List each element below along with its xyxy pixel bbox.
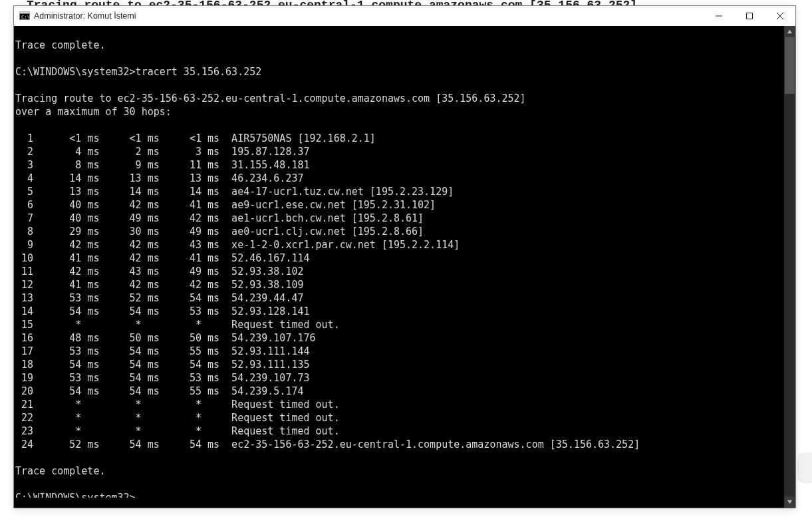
scrollbar-track[interactable] (784, 37, 795, 496)
command-prompt-window: C:\ Administrator: Komut İstemi Trace co… (13, 5, 796, 508)
svg-line-6 (777, 13, 783, 19)
svg-marker-8 (787, 500, 792, 504)
terminal-client-area: Trace complete. C:\WINDOWS\system32>trac… (14, 26, 795, 508)
scrollbar-thumb[interactable] (785, 37, 795, 94)
svg-rect-1 (20, 12, 30, 14)
svg-line-5 (777, 13, 783, 19)
scroll-up-arrow-icon[interactable] (784, 26, 795, 37)
svg-rect-4 (747, 13, 753, 19)
terminal-output[interactable]: Trace complete. C:\WINDOWS\system32>trac… (14, 36, 783, 498)
svg-text:C:\: C:\ (21, 15, 30, 20)
cmd-icon: C:\ (19, 11, 30, 21)
minimize-button[interactable] (704, 6, 734, 26)
svg-marker-7 (787, 30, 792, 33)
window-title: Administrator: Komut İstemi (34, 11, 136, 21)
maximize-button[interactable] (734, 6, 765, 26)
vertical-scrollbar[interactable] (784, 26, 795, 508)
scroll-down-arrow-icon[interactable] (784, 496, 795, 508)
titlebar[interactable]: C:\ Administrator: Komut İstemi (14, 6, 795, 26)
side-widget (799, 452, 812, 482)
close-button[interactable] (765, 6, 795, 26)
